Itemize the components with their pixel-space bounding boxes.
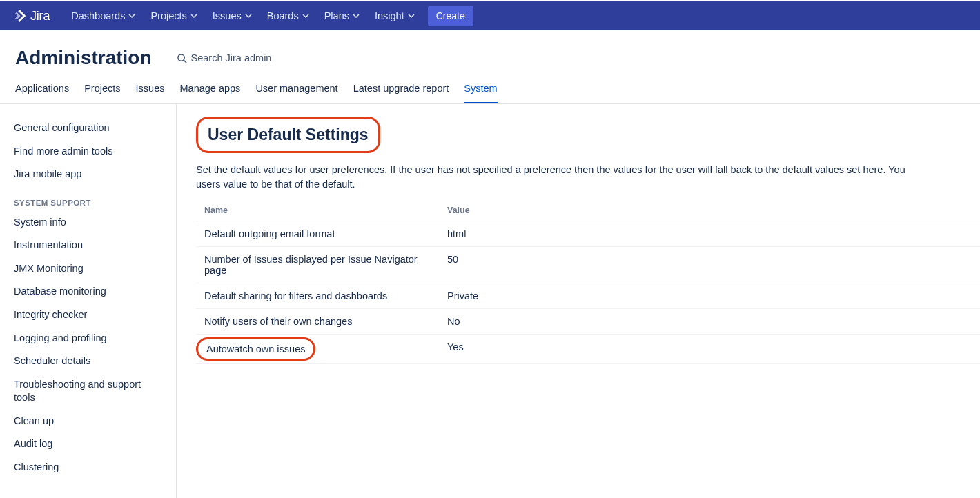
chevron-down-icon — [408, 12, 415, 19]
nav-items: Dashboards Projects Issues Boards Plans … — [63, 1, 473, 31]
page-description-line2: users value to be that of the default. — [196, 177, 980, 192]
top-nav: Jira Dashboards Projects Issues Boards P… — [0, 0, 980, 30]
setting-name: Default sharing for filters and dashboar… — [196, 283, 439, 309]
nav-label: Insight — [375, 10, 404, 21]
setting-name: Number of Issues displayed per Issue Nav… — [196, 247, 439, 283]
chevron-down-icon — [190, 12, 197, 19]
setting-name: Notify users of their own changes — [196, 309, 439, 335]
nav-label: Dashboards — [71, 10, 125, 21]
setting-value: html — [439, 221, 980, 247]
sidebar-group-system-support: SYSTEM SUPPORT — [0, 186, 176, 211]
tab-label: Projects — [84, 83, 120, 94]
jira-logo-icon — [12, 8, 28, 23]
table-row: Number of Issues displayed per Issue Nav… — [196, 247, 980, 283]
highlight-page-title: User Default Settings — [196, 117, 380, 153]
sidebar-item-instrumentation[interactable]: Instrumentation — [0, 234, 176, 257]
search-icon — [177, 53, 187, 63]
sidebar-item-jmx-monitoring[interactable]: JMX Monitoring — [0, 257, 176, 281]
tab-label: User management — [255, 83, 337, 94]
tab-issues[interactable]: Issues — [136, 76, 165, 103]
nav-plans[interactable]: Plans — [317, 1, 367, 31]
setting-value: Yes — [439, 335, 980, 364]
page-description-line1: Set the default values for user preferen… — [196, 164, 905, 175]
sidebar-item-audit-log[interactable]: Audit log — [0, 432, 176, 456]
svg-point-0 — [177, 54, 184, 60]
tab-label: System — [464, 83, 497, 94]
table-row: Default sharing for filters and dashboar… — [196, 283, 980, 309]
page-description: Set the default values for user preferen… — [196, 163, 980, 192]
settings-table: Name Value Default outgoing email format… — [196, 199, 980, 364]
page-title: User Default Settings — [208, 126, 369, 144]
sidebar-item-clean-up[interactable]: Clean up — [0, 410, 176, 433]
setting-value: No — [439, 309, 980, 335]
admin-search-label: Search Jira admin — [191, 52, 272, 63]
chevron-down-icon — [302, 12, 309, 19]
admin-header: Administration Search Jira admin — [0, 30, 980, 76]
tab-label: Applications — [15, 83, 69, 94]
sidebar-item-general-configuration[interactable]: General configuration — [0, 117, 176, 140]
table-row: Autowatch own issues Yes — [196, 335, 980, 364]
tab-label: Manage apps — [180, 83, 241, 94]
tab-system[interactable]: System — [464, 76, 497, 103]
sidebar-item-system-info[interactable]: System info — [0, 211, 176, 235]
admin-search[interactable]: Search Jira admin — [177, 52, 272, 63]
tab-user-management[interactable]: User management — [255, 76, 337, 103]
nav-projects[interactable]: Projects — [143, 1, 204, 31]
main: User Default Settings Set the default va… — [177, 104, 980, 498]
col-value: Value — [439, 199, 980, 221]
setting-name: Default outgoing email format — [196, 221, 439, 247]
sidebar-item-troubleshooting-support-tools[interactable]: Troubleshooting and support tools — [0, 373, 176, 410]
table-row: Default outgoing email format html — [196, 221, 980, 247]
content: General configuration Find more admin to… — [0, 104, 980, 498]
tab-label: Latest upgrade report — [353, 83, 449, 94]
admin-tabs: Applications Projects Issues Manage apps… — [0, 76, 980, 104]
nav-dashboards[interactable]: Dashboards — [63, 1, 143, 31]
tab-applications[interactable]: Applications — [15, 76, 69, 103]
tab-projects[interactable]: Projects — [84, 76, 120, 103]
col-name: Name — [196, 199, 439, 221]
sidebar-item-clustering[interactable]: Clustering — [0, 456, 176, 479]
jira-logo-text: Jira — [30, 9, 50, 23]
admin-title: Administration — [15, 47, 152, 69]
create-button[interactable]: Create — [428, 6, 473, 26]
table-row: Notify users of their own changes No — [196, 309, 980, 335]
nav-label: Boards — [267, 10, 299, 21]
chevron-down-icon — [353, 12, 360, 19]
sidebar: General configuration Find more admin to… — [0, 104, 177, 498]
setting-name: Autowatch own issues — [206, 343, 305, 355]
jira-logo[interactable]: Jira — [12, 8, 50, 23]
highlight-autowatch: Autowatch own issues — [196, 337, 315, 361]
setting-name-cell: Autowatch own issues — [196, 335, 439, 364]
chevron-down-icon — [245, 12, 252, 19]
tab-latest-upgrade-report[interactable]: Latest upgrade report — [353, 76, 449, 103]
svg-line-1 — [184, 60, 186, 63]
nav-label: Plans — [324, 10, 349, 21]
sidebar-item-logging-and-profiling[interactable]: Logging and profiling — [0, 327, 176, 350]
tab-manage-apps[interactable]: Manage apps — [180, 76, 241, 103]
sidebar-item-database-monitoring[interactable]: Database monitoring — [0, 280, 176, 303]
sidebar-item-jira-mobile-app[interactable]: Jira mobile app — [0, 163, 176, 186]
tab-label: Issues — [136, 83, 165, 94]
sidebar-item-scheduler-details[interactable]: Scheduler details — [0, 350, 176, 373]
setting-value: Private — [439, 283, 980, 309]
nav-issues[interactable]: Issues — [205, 1, 259, 31]
nav-boards[interactable]: Boards — [259, 1, 317, 31]
sidebar-item-integrity-checker[interactable]: Integrity checker — [0, 303, 176, 327]
nav-label: Issues — [213, 10, 242, 21]
sidebar-item-find-more-admin-tools[interactable]: Find more admin tools — [0, 140, 176, 163]
chevron-down-icon — [128, 12, 135, 19]
nav-label: Projects — [150, 10, 186, 21]
setting-value: 50 — [439, 247, 980, 283]
nav-insight[interactable]: Insight — [367, 1, 422, 31]
